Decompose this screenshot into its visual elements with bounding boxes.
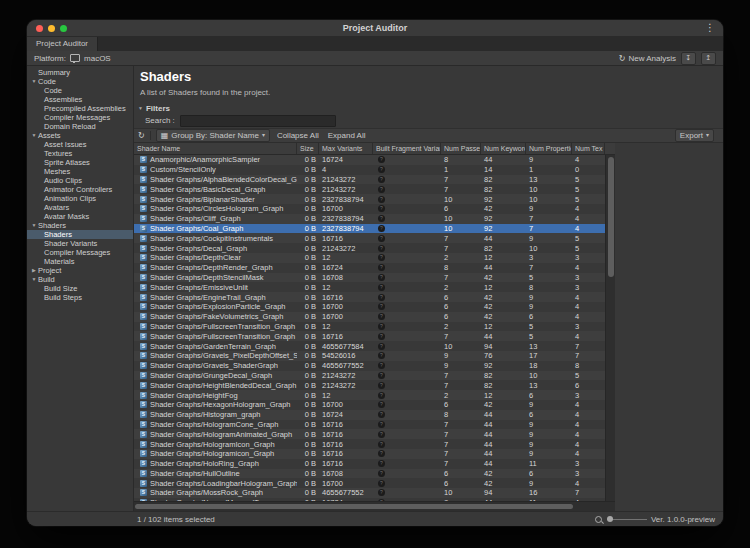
table-row[interactable]: SShader Graphs/Gravels_ShaderGraph0 B465… (134, 361, 605, 371)
shader-name-cell: SShader Graphs/EngineTrail_Graph (134, 292, 297, 302)
sidebar-item-shaders[interactable]: Shaders (27, 230, 133, 239)
table-row[interactable]: SShader Graphs/Gravels_PixelDepthOffset_… (134, 351, 605, 361)
tree-foldout-icon[interactable]: ▼ (30, 275, 38, 284)
zoom-window-button[interactable] (60, 25, 67, 32)
tree-foldout-icon[interactable]: ▼ (30, 131, 38, 140)
table-row[interactable]: SShader Graphs/HexagonHologram_Graph0 B1… (134, 400, 605, 410)
table-row[interactable]: SShader Graphs/BasicDecal_Graph0 B212432… (134, 184, 605, 194)
table-row[interactable]: SShader Graphs/HullOutline0 B16708?64263 (134, 469, 605, 479)
sidebar-item-materials[interactable]: Materials (27, 257, 133, 266)
column-header-num-keywords[interactable]: Num Keywords (481, 143, 526, 154)
table-row[interactable]: SAnamorphic/AnamorphicSampler0 B16724?84… (134, 155, 605, 165)
table-row[interactable]: SShader Graphs/FullscreenTransition_Grap… (134, 322, 605, 332)
sidebar-item-code[interactable]: Code (27, 86, 133, 95)
horizontal-scrollbar[interactable] (134, 501, 615, 511)
column-header-built-fragment-variant[interactable]: Built Fragment Variant (373, 143, 441, 154)
table-row[interactable]: SShader Graphs/Decal_Graph0 B21243272?78… (134, 243, 605, 253)
search-input[interactable] (180, 115, 336, 127)
sidebar-item-code[interactable]: ▼Code (27, 77, 133, 86)
table-row[interactable]: SShader Graphs/HologramAnimated_Graph0 B… (134, 429, 605, 439)
load-button[interactable]: ↧ (681, 52, 696, 65)
tab-project-auditor[interactable]: Project Auditor (27, 37, 98, 51)
sidebar-item-summary[interactable]: Summary (27, 68, 133, 77)
kebab-menu-icon[interactable]: ⋮ (705, 21, 715, 35)
column-header-num-tex-prop[interactable]: Num Tex Prop (572, 143, 605, 154)
table-row[interactable]: SShader Graphs/GrungeDecal_Graph0 B21243… (134, 371, 605, 381)
sidebar-item-build[interactable]: ▼Build (27, 275, 133, 284)
column-header-num-properties[interactable]: Num Properties (526, 143, 572, 154)
table-row[interactable]: SShader Graphs/HeightFog0 B12?21263 (134, 390, 605, 400)
sidebar-item-asset-issues[interactable]: Asset Issues (27, 140, 133, 149)
sidebar-item-animator-controllers[interactable]: Animator Controllers (27, 185, 133, 194)
table-row[interactable]: SShader Graphs/HeightBlendedDecal_Graph0… (134, 380, 605, 390)
table-row[interactable]: SShader Graphs/EngineTrail_Graph0 B16716… (134, 292, 605, 302)
table-row[interactable]: SShader Graphs/DepthRender_Graph0 B16724… (134, 263, 605, 273)
table-row[interactable]: SShader Graphs/EmissiveUnlit0 B12?21283 (134, 282, 605, 292)
sidebar-item-avatar-masks[interactable]: Avatar Masks (27, 212, 133, 221)
sidebar-item-compiler-messages[interactable]: Compiler Messages (27, 248, 133, 257)
platform-selector[interactable]: Platform: macOS (34, 54, 111, 63)
sidebar-item-build-steps[interactable]: Build Steps (27, 293, 133, 302)
table-row[interactable]: SShader Graphs/Histogram_graph0 B16724?8… (134, 410, 605, 420)
sidebar-item-assets[interactable]: ▼Assets (27, 131, 133, 140)
table-row[interactable]: SShader Graphs/GardenTerrain_Graph0 B465… (134, 341, 605, 351)
column-header-shader-name[interactable]: Shader Name (134, 143, 297, 154)
sidebar-item-sprite-atlases[interactable]: Sprite Atlases (27, 158, 133, 167)
vertical-scrollbar-track[interactable] (605, 155, 615, 501)
sidebar-item-textures[interactable]: Textures (27, 149, 133, 158)
sidebar-item-project[interactable]: ▶Project (27, 266, 133, 275)
sidebar-item-assemblies[interactable]: Assemblies (27, 95, 133, 104)
table-row[interactable]: SShader Graphs/HologramCone_Graph0 B1671… (134, 420, 605, 430)
filters-foldout[interactable]: ▼ Filters (134, 103, 723, 113)
sidebar-item-shaders[interactable]: ▼Shaders (27, 221, 133, 230)
table-row[interactable]: SShader Graphs/LoadingbarHologram_Graph0… (134, 478, 605, 488)
column-header-num-passes[interactable]: Num Passes (441, 143, 481, 154)
table-row[interactable]: SShader Graphs/ExplosionParticle_Graph0 … (134, 302, 605, 312)
sidebar-item-domain-reload[interactable]: Domain Reload (27, 122, 133, 131)
tree-foldout-icon[interactable]: ▼ (30, 77, 38, 86)
table-row[interactable]: SShader Graphs/Cliff_Graph0 B2327838794?… (134, 214, 605, 224)
minimize-window-button[interactable] (48, 25, 55, 32)
sidebar-item-animation-clips[interactable]: Animation Clips (27, 194, 133, 203)
tree-foldout-icon[interactable]: ▶ (30, 266, 38, 275)
table-row[interactable]: SShader Graphs/MossRock_Graph0 B46556775… (134, 488, 605, 498)
table-row[interactable]: SShader Graphs/FullscreenTransition_Grap… (134, 331, 605, 341)
sidebar-item-meshes[interactable]: Meshes (27, 167, 133, 176)
table-row[interactable]: SCustom/StencilOnly0 B4?11410 (134, 165, 605, 175)
column-header-max-variants[interactable]: Max Variants (319, 143, 373, 154)
num-tex-properties-cell: 4 (572, 400, 605, 410)
table-row[interactable]: SShader Graphs/HologramIcon_Graph0 B1671… (134, 439, 605, 449)
new-analysis-button[interactable]: ↻ New Analysis (619, 54, 676, 63)
zoom-slider[interactable] (607, 519, 647, 520)
column-header-size[interactable]: Size (297, 143, 319, 154)
table-row[interactable]: SShader Graphs/DepthStencilMask0 B16708?… (134, 273, 605, 283)
expand-all-button[interactable]: Expand All (326, 131, 368, 140)
sidebar-item-avatars[interactable]: Avatars (27, 203, 133, 212)
horizontal-scrollbar-thumb[interactable] (135, 504, 573, 509)
table-row[interactable]: SShader Graphs/BiplanarShader0 B23278387… (134, 194, 605, 204)
table-row[interactable]: SShader Graphs/FakeVolumetrics_Graph0 B1… (134, 312, 605, 322)
table-row[interactable]: SShader Graphs/DepthClear0 B12?21233 (134, 253, 605, 263)
table-row[interactable]: SShader Graphs/CockpitInstrumentals0 B16… (134, 233, 605, 243)
tree-foldout-icon[interactable]: ▼ (30, 221, 38, 230)
sidebar-item-build-size[interactable]: Build Size (27, 284, 133, 293)
table-row[interactable]: SShader Graphs/AlphaBlendedColorDecal_Gr… (134, 175, 605, 185)
export-dropdown[interactable]: Export ▾ (675, 129, 714, 142)
table-row[interactable]: SShader Graphs/HoloRing_Graph0 B16716?74… (134, 459, 605, 469)
shader-name-cell: SShader Graphs/HexagonHologram_Graph (134, 400, 297, 410)
sidebar-item-compiler-messages[interactable]: Compiler Messages (27, 113, 133, 122)
table-row[interactable]: SShader Graphs/CirclesHologram_Graph0 B1… (134, 204, 605, 214)
save-button[interactable]: ↥ (701, 52, 716, 65)
group-by-dropdown[interactable]: ▦ Group By: Shader Name ▾ (156, 129, 270, 142)
table-refresh-button[interactable]: ↻ (138, 131, 145, 140)
close-window-button[interactable] (36, 25, 43, 32)
sidebar-item-audio-clips[interactable]: Audio Clips (27, 176, 133, 185)
sidebar-item-precompiled-assemblies[interactable]: Precompiled Assemblies (27, 104, 133, 113)
zoom-slider-knob[interactable] (607, 516, 613, 522)
sidebar-item-shader-variants[interactable]: Shader Variants (27, 239, 133, 248)
table-row[interactable]: SShader Graphs/Coal_Graph0 B2327838794?1… (134, 224, 605, 234)
collapse-all-button[interactable]: Collapse All (275, 131, 321, 140)
vertical-scrollbar[interactable] (605, 143, 615, 501)
vertical-scrollbar-thumb[interactable] (608, 157, 614, 277)
table-row[interactable]: SShader Graphs/Hologramicon_Graph0 B1671… (134, 449, 605, 459)
